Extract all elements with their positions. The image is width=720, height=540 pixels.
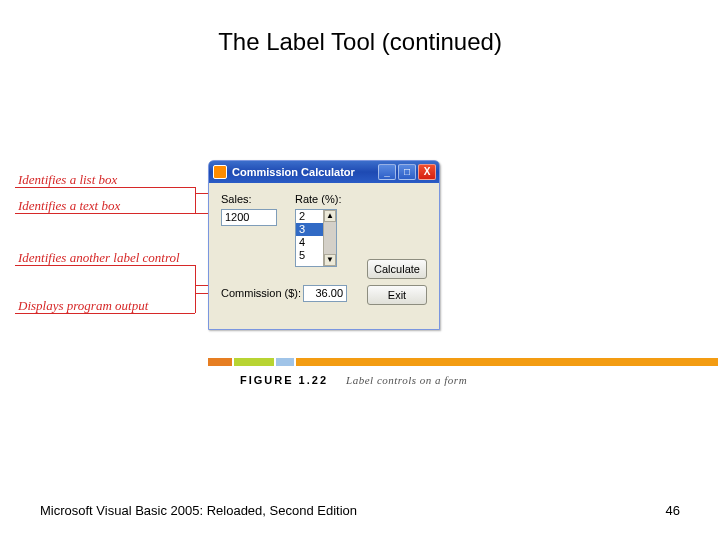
figure-caption: FIGURE 1.22 Label controls on a form [240,374,467,386]
commission-output: 36.00 [303,285,347,302]
callout-label: Identifies another label control [18,250,180,266]
callout-listbox: Identifies a list box [18,172,117,188]
minimize-button[interactable]: _ [378,164,396,180]
figure-number: FIGURE 1.22 [240,374,328,386]
calculate-button[interactable]: Calculate [367,259,427,279]
rate-listbox[interactable]: 2345 ▲ ▼ [295,209,337,267]
scrollbar[interactable]: ▲ ▼ [323,210,336,266]
scroll-up-icon[interactable]: ▲ [324,210,336,222]
rate-label: Rate (%): [295,193,341,205]
sales-textbox[interactable]: 1200 [221,209,277,226]
footer: Microsoft Visual Basic 2005: Reloaded, S… [40,503,680,518]
figure-color-bar [208,358,718,366]
commission-label: Commission ($): [221,287,301,299]
scroll-down-icon[interactable]: ▼ [324,254,336,266]
figure-area: Identifies a list box Identifies a text … [0,160,720,380]
form-window: Commission Calculator _ □ X Sales: Rate … [208,160,440,330]
maximize-button[interactable]: □ [398,164,416,180]
titlebar[interactable]: Commission Calculator _ □ X [209,161,439,183]
slide-title: The Label Tool (continued) [0,0,720,56]
exit-button[interactable]: Exit [367,285,427,305]
close-button[interactable]: X [418,164,436,180]
app-icon [213,165,227,179]
window-title: Commission Calculator [232,166,376,178]
footer-left: Microsoft Visual Basic 2005: Reloaded, S… [40,503,357,518]
figure-caption-text: Label controls on a form [346,374,467,386]
callout-output: Displays program output [18,298,148,314]
callout-textbox: Identifies a text box [18,198,120,214]
sales-label: Sales: [221,193,252,205]
page-number: 46 [666,503,680,518]
